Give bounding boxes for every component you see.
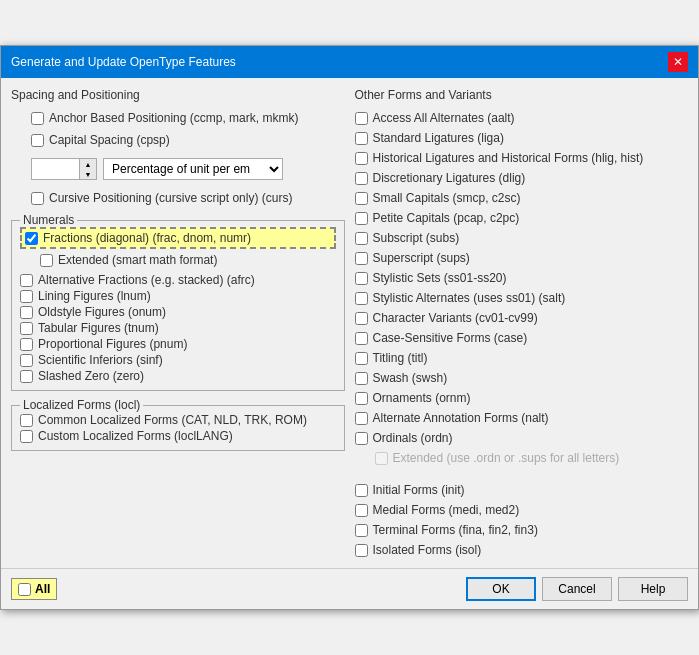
extended-label: Extended (smart math format) bbox=[58, 253, 217, 267]
ordinals-label: Ordinals (ordn) bbox=[373, 431, 453, 445]
custom-localized-label: Custom Localized Forms (loclLANG) bbox=[38, 429, 233, 443]
ordinals-checkbox[interactable] bbox=[355, 432, 368, 445]
historical-lig-checkbox[interactable] bbox=[355, 152, 368, 165]
ok-button[interactable]: OK bbox=[466, 577, 536, 601]
oldstyle-label: Oldstyle Figures (onum) bbox=[38, 305, 166, 319]
terminal-row: Terminal Forms (fina, fin2, fin3) bbox=[355, 522, 689, 538]
subscript-label: Subscript (subs) bbox=[373, 231, 460, 245]
case-sensitive-label: Case-Sensitive Forms (case) bbox=[373, 331, 528, 345]
petite-caps-checkbox[interactable] bbox=[355, 212, 368, 225]
unit-dropdown[interactable]: Percentage of unit per em bbox=[103, 158, 283, 180]
spinner-wrapper: 5.00% ▲ ▼ bbox=[31, 158, 97, 180]
all-checkbox-row: All bbox=[11, 578, 57, 600]
spinner-down-button[interactable]: ▼ bbox=[80, 169, 96, 179]
scientific-checkbox[interactable] bbox=[20, 354, 33, 367]
extended-checkbox[interactable] bbox=[40, 254, 53, 267]
slashed-checkbox[interactable] bbox=[20, 370, 33, 383]
tabular-row: Tabular Figures (tnum) bbox=[20, 320, 336, 336]
oldstyle-row: Oldstyle Figures (onum) bbox=[20, 304, 336, 320]
subscript-checkbox[interactable] bbox=[355, 232, 368, 245]
capital-spacing-checkbox[interactable] bbox=[31, 134, 44, 147]
anchor-based-row: Anchor Based Positioning (ccmp, mark, mk… bbox=[11, 110, 345, 126]
common-localized-checkbox[interactable] bbox=[20, 414, 33, 427]
tabular-checkbox[interactable] bbox=[20, 322, 33, 335]
titling-row: Titling (titl) bbox=[355, 350, 689, 366]
standard-lig-label: Standard Ligatures (liga) bbox=[373, 131, 504, 145]
ordinals-row: Ordinals (ordn) bbox=[355, 430, 689, 446]
access-all-checkbox[interactable] bbox=[355, 112, 368, 125]
extended-row: Extended (smart math format) bbox=[20, 252, 336, 268]
proportional-row: Proportional Figures (pnum) bbox=[20, 336, 336, 352]
discretionary-label: Discretionary Ligatures (dlig) bbox=[373, 171, 526, 185]
spinner-up-button[interactable]: ▲ bbox=[80, 159, 96, 169]
stylistic-sets-checkbox[interactable] bbox=[355, 272, 368, 285]
slashed-row: Slashed Zero (zero) bbox=[20, 368, 336, 384]
close-button[interactable]: ✕ bbox=[668, 52, 688, 72]
extended-ordn-label: Extended (use .ordn or .sups for all let… bbox=[393, 451, 620, 465]
lining-label: Lining Figures (lnum) bbox=[38, 289, 151, 303]
subscript-row: Subscript (subs) bbox=[355, 230, 689, 246]
initial-checkbox[interactable] bbox=[355, 484, 368, 497]
spacing-section-label: Spacing and Positioning bbox=[11, 88, 345, 102]
superscript-checkbox[interactable] bbox=[355, 252, 368, 265]
capital-spacing-label: Capital Spacing (cpsp) bbox=[49, 133, 170, 147]
tabular-label: Tabular Figures (tnum) bbox=[38, 321, 159, 335]
spacing-controls-row: 5.00% ▲ ▼ Percentage of unit per em bbox=[11, 158, 345, 180]
dialog-content: Spacing and Positioning Anchor Based Pos… bbox=[1, 78, 698, 568]
stylistic-sets-row: Stylistic Sets (ss01-ss20) bbox=[355, 270, 689, 286]
discretionary-checkbox[interactable] bbox=[355, 172, 368, 185]
medial-checkbox[interactable] bbox=[355, 504, 368, 517]
swash-row: Swash (swsh) bbox=[355, 370, 689, 386]
char-variants-checkbox[interactable] bbox=[355, 312, 368, 325]
cursive-label: Cursive Positioning (cursive script only… bbox=[49, 191, 292, 205]
cursive-checkbox[interactable] bbox=[31, 192, 44, 205]
alt-annotation-row: Alternate Annotation Forms (nalt) bbox=[355, 410, 689, 426]
terminal-checkbox[interactable] bbox=[355, 524, 368, 537]
stylistic-alt-checkbox[interactable] bbox=[355, 292, 368, 305]
titlebar: Generate and Update OpenType Features ✕ bbox=[1, 46, 698, 78]
alt-fractions-checkbox[interactable] bbox=[20, 274, 33, 287]
dropdown-wrapper: Percentage of unit per em bbox=[103, 158, 283, 180]
petite-caps-label: Petite Capitals (pcap, c2pc) bbox=[373, 211, 520, 225]
medial-label: Medial Forms (medi, med2) bbox=[373, 503, 520, 517]
char-variants-row: Character Variants (cv01-cv99) bbox=[355, 310, 689, 326]
fractions-checkbox[interactable] bbox=[25, 232, 38, 245]
standard-lig-checkbox[interactable] bbox=[355, 132, 368, 145]
alt-annotation-checkbox[interactable] bbox=[355, 412, 368, 425]
scientific-label: Scientific Inferiors (sinf) bbox=[38, 353, 163, 367]
isolated-label: Isolated Forms (isol) bbox=[373, 543, 482, 557]
ornaments-row: Ornaments (ornm) bbox=[355, 390, 689, 406]
spinner-input[interactable]: 5.00% bbox=[31, 158, 79, 180]
alt-fractions-label: Alternative Fractions (e.g. stacked) (af… bbox=[38, 273, 255, 287]
oldstyle-checkbox[interactable] bbox=[20, 306, 33, 319]
anchor-based-checkbox[interactable] bbox=[31, 112, 44, 125]
alt-annotation-label: Alternate Annotation Forms (nalt) bbox=[373, 411, 549, 425]
ornaments-checkbox[interactable] bbox=[355, 392, 368, 405]
lining-checkbox[interactable] bbox=[20, 290, 33, 303]
historical-lig-label: Historical Ligatures and Historical Form… bbox=[373, 151, 644, 165]
case-sensitive-checkbox[interactable] bbox=[355, 332, 368, 345]
extended-ordn-checkbox[interactable] bbox=[375, 452, 388, 465]
all-checkbox[interactable] bbox=[18, 583, 31, 596]
scientific-row: Scientific Inferiors (sinf) bbox=[20, 352, 336, 368]
small-caps-checkbox[interactable] bbox=[355, 192, 368, 205]
right-panel: Other Forms and Variants Access All Alte… bbox=[355, 88, 689, 558]
isolated-checkbox[interactable] bbox=[355, 544, 368, 557]
proportional-checkbox[interactable] bbox=[20, 338, 33, 351]
custom-localized-checkbox[interactable] bbox=[20, 430, 33, 443]
initial-label: Initial Forms (init) bbox=[373, 483, 465, 497]
numerals-title: Numerals bbox=[20, 213, 77, 227]
swash-label: Swash (swsh) bbox=[373, 371, 448, 385]
access-all-label: Access All Alternates (aalt) bbox=[373, 111, 515, 125]
alt-fractions-row: Alternative Fractions (e.g. stacked) (af… bbox=[20, 272, 336, 288]
titling-checkbox[interactable] bbox=[355, 352, 368, 365]
common-localized-row: Common Localized Forms (CAT, NLD, TRK, R… bbox=[20, 412, 336, 428]
capital-spacing-row: Capital Spacing (cpsp) bbox=[11, 132, 345, 148]
cancel-button[interactable]: Cancel bbox=[542, 577, 612, 601]
help-button[interactable]: Help bbox=[618, 577, 688, 601]
case-sensitive-row: Case-Sensitive Forms (case) bbox=[355, 330, 689, 346]
historical-lig-row: Historical Ligatures and Historical Form… bbox=[355, 150, 689, 166]
char-variants-label: Character Variants (cv01-cv99) bbox=[373, 311, 538, 325]
swash-checkbox[interactable] bbox=[355, 372, 368, 385]
proportional-label: Proportional Figures (pnum) bbox=[38, 337, 187, 351]
